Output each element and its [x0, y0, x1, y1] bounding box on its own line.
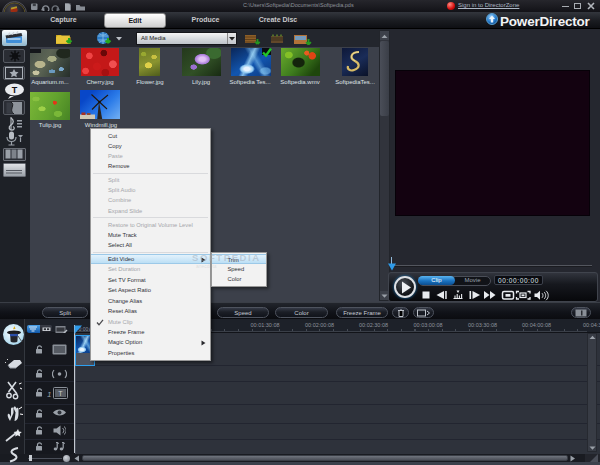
svg-text:1: 1 [47, 389, 51, 398]
svg-text:T: T [12, 85, 18, 95]
svg-text:T: T [58, 390, 63, 397]
